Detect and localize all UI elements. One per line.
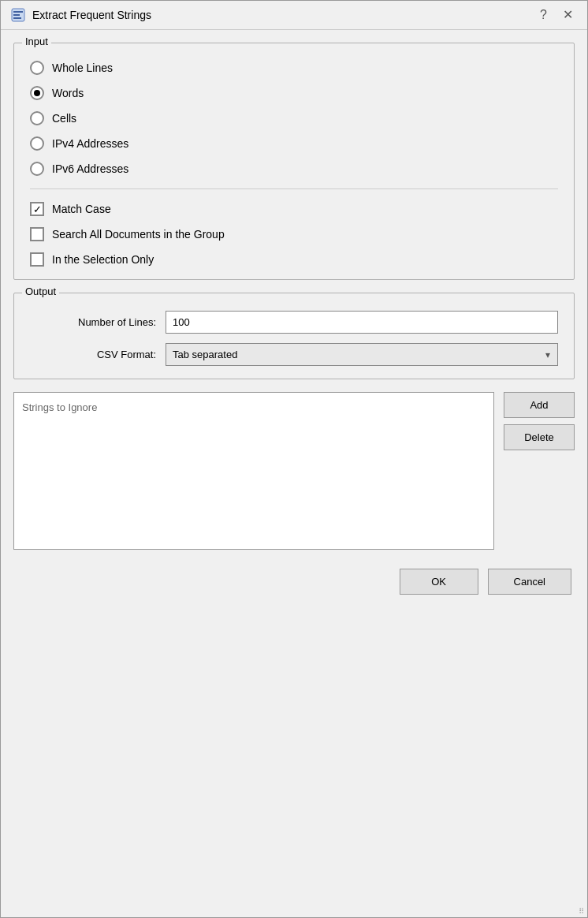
option-ipv4-label: IPv4 Addresses [52, 137, 128, 150]
input-options-list: Whole Lines Words Cells IPv4 Addresses [30, 61, 558, 267]
option-words-label: Words [52, 87, 84, 99]
svg-rect-1 [13, 11, 23, 13]
radio-cells[interactable] [30, 111, 44, 125]
bottom-buttons: OK Cancel [13, 562, 575, 604]
delete-button[interactable]: Delete [504, 424, 575, 450]
option-ipv6[interactable]: IPv6 Addresses [30, 162, 558, 176]
strings-section: Strings to Ignore Add Delete [13, 392, 575, 550]
checkbox-match-case[interactable] [30, 202, 44, 216]
output-group-label: Output [22, 285, 59, 297]
number-of-lines-label: Number of Lines: [30, 316, 156, 328]
radio-words[interactable] [30, 86, 44, 100]
close-button[interactable]: ✕ [558, 7, 578, 23]
csv-format-select[interactable]: Tab separated Comma separated Semicolon … [166, 343, 558, 366]
radio-ipv6[interactable] [30, 162, 44, 176]
number-of-lines-input[interactable] [166, 311, 558, 334]
option-match-case[interactable]: Match Case [30, 202, 558, 216]
cancel-button[interactable]: Cancel [488, 569, 571, 595]
radio-whole-lines[interactable] [30, 61, 44, 75]
option-in-selection-label: In the Selection Only [52, 253, 154, 266]
option-cells-label: Cells [52, 112, 76, 125]
output-grid: Number of Lines: CSV Format: Tab separat… [30, 311, 558, 366]
input-group: Input Whole Lines Words Cells [13, 43, 575, 280]
option-words[interactable]: Words [30, 86, 558, 100]
option-search-all-label: Search All Documents in the Group [52, 228, 225, 241]
svg-rect-2 [13, 14, 20, 16]
csv-format-wrapper: Tab separated Comma separated Semicolon … [166, 343, 558, 366]
divider-1 [30, 188, 558, 189]
checkbox-in-selection[interactable] [30, 252, 44, 267]
option-in-selection[interactable]: In the Selection Only [30, 252, 558, 267]
window-title: Extract Frequent Strings [32, 9, 529, 21]
output-group: Output Number of Lines: CSV Format: Tab … [13, 293, 575, 379]
main-window: Extract Frequent Strings ? ✕ Input Whole… [0, 0, 588, 918]
option-match-case-label: Match Case [52, 203, 111, 215]
title-bar: Extract Frequent Strings ? ✕ [1, 1, 587, 30]
strings-buttons: Add Delete [504, 392, 575, 450]
option-search-all[interactable]: Search All Documents in the Group [30, 227, 558, 241]
add-button[interactable]: Add [504, 392, 575, 418]
svg-rect-3 [13, 17, 21, 19]
option-ipv4[interactable]: IPv4 Addresses [30, 136, 558, 151]
resize-handle[interactable]: ⠿ [1, 906, 587, 917]
help-button[interactable]: ? [535, 7, 552, 23]
main-content: Input Whole Lines Words Cells [1, 30, 587, 906]
ok-button[interactable]: OK [400, 569, 478, 595]
csv-format-label: CSV Format: [30, 349, 156, 360]
input-group-label: Input [22, 35, 51, 47]
radio-ipv4[interactable] [30, 136, 44, 151]
option-ipv6-label: IPv6 Addresses [52, 162, 128, 175]
checkbox-search-all[interactable] [30, 227, 44, 241]
option-whole-lines-label: Whole Lines [52, 62, 113, 74]
option-cells[interactable]: Cells [30, 111, 558, 125]
strings-to-ignore-box[interactable]: Strings to Ignore [13, 392, 494, 550]
strings-placeholder: Strings to Ignore [22, 401, 97, 413]
option-whole-lines[interactable]: Whole Lines [30, 61, 558, 75]
app-icon [10, 7, 26, 23]
